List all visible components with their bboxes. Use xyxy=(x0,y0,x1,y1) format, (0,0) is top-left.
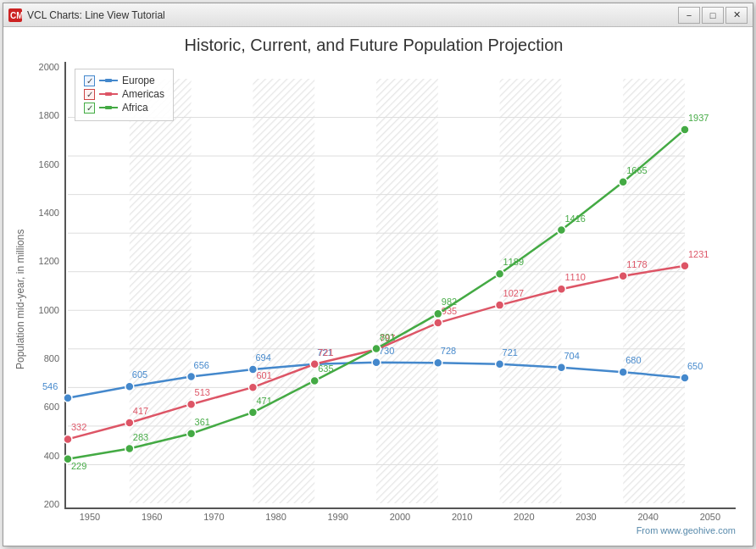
y-tick: 800 xyxy=(44,353,59,363)
svg-text:471: 471 xyxy=(256,396,271,406)
svg-point-52 xyxy=(434,319,442,327)
y-tick: 400 xyxy=(44,451,59,461)
svg-point-80 xyxy=(619,178,627,186)
svg-point-66 xyxy=(187,430,196,438)
x-tick: 1970 xyxy=(188,512,239,522)
x-axis-labels: 1950196019701980199020002010202020302040… xyxy=(32,512,736,522)
x-tick: 1980 xyxy=(251,512,302,522)
svg-point-56 xyxy=(557,285,565,293)
svg-text:728: 728 xyxy=(441,346,456,356)
minimize-button[interactable]: − xyxy=(678,7,700,24)
plot-area-wrapper: 200018001600140012001000800600400200 546… xyxy=(32,62,736,509)
svg-text:546: 546 xyxy=(42,381,58,391)
y-axis-ticks: 200018001600140012001000800600400200 xyxy=(32,62,64,509)
svg-text:601: 601 xyxy=(256,370,271,380)
x-tick: 2040 xyxy=(623,512,674,522)
svg-point-20 xyxy=(125,382,134,391)
svg-text:1110: 1110 xyxy=(564,272,585,282)
svg-point-85 xyxy=(105,79,112,82)
x-tick: 2020 xyxy=(498,512,549,522)
app-window: CM VCL Charts: Line View Tutorial − □ ✕ … xyxy=(3,3,753,546)
x-tick: 2050 xyxy=(685,512,736,522)
svg-text:229: 229 xyxy=(71,461,86,471)
svg-text:332: 332 xyxy=(71,422,86,432)
maximize-button[interactable]: □ xyxy=(702,7,724,24)
svg-point-28 xyxy=(372,358,381,367)
x-tick: 1950 xyxy=(64,512,115,522)
legend-item-europe: ✓ Europe xyxy=(84,75,164,86)
svg-text:982: 982 xyxy=(442,297,457,307)
close-button[interactable]: ✕ xyxy=(725,7,748,24)
svg-point-78 xyxy=(557,226,565,235)
svg-text:283: 283 xyxy=(133,432,148,442)
y-tick: 1800 xyxy=(39,110,59,120)
legend-cb-europe[interactable]: ✓ xyxy=(84,75,95,86)
y-tick: 1200 xyxy=(39,256,59,266)
legend-item-africa: ✓ Africa xyxy=(84,102,164,114)
svg-text:650: 650 xyxy=(687,361,703,371)
svg-rect-4 xyxy=(253,79,314,503)
svg-point-34 xyxy=(557,363,565,372)
footer-text: From www.geohive.com xyxy=(32,524,736,537)
svg-point-32 xyxy=(496,360,504,369)
svg-text:656: 656 xyxy=(194,360,209,370)
svg-text:1416: 1416 xyxy=(564,214,585,224)
legend-label-africa: Africa xyxy=(122,102,148,114)
y-tick: 1600 xyxy=(39,159,59,169)
svg-text:721: 721 xyxy=(503,347,518,358)
legend-label-americas: Americas xyxy=(122,88,164,100)
svg-point-18 xyxy=(64,394,72,402)
chart-svg: 5466056566947217307287217046806503324175… xyxy=(66,62,736,507)
svg-point-76 xyxy=(496,269,504,278)
svg-text:704: 704 xyxy=(564,351,579,361)
svg-text:1665: 1665 xyxy=(626,165,647,175)
svg-rect-5 xyxy=(376,79,438,503)
svg-point-38 xyxy=(681,374,689,382)
chart-inner: 200018001600140012001000800600400200 546… xyxy=(32,62,736,537)
x-tick: 1990 xyxy=(313,512,364,522)
svg-text:CM: CM xyxy=(10,11,22,20)
legend-item-americas: ✓ Americas xyxy=(84,88,164,100)
svg-point-58 xyxy=(619,272,627,280)
svg-point-72 xyxy=(372,345,381,353)
svg-point-74 xyxy=(434,309,442,318)
svg-text:801: 801 xyxy=(380,332,395,342)
legend-line-europe xyxy=(99,79,118,82)
y-tick: 1400 xyxy=(39,208,59,218)
y-tick: 600 xyxy=(44,402,59,412)
svg-text:417: 417 xyxy=(133,406,148,416)
svg-point-36 xyxy=(619,368,627,376)
y-tick: 200 xyxy=(44,499,59,509)
chart-container: Historic, Current, and Future Population… xyxy=(3,27,753,546)
svg-point-44 xyxy=(187,400,196,408)
svg-point-82 xyxy=(681,125,689,134)
svg-text:605: 605 xyxy=(132,369,147,380)
svg-point-22 xyxy=(187,373,196,381)
svg-point-87 xyxy=(105,92,112,96)
legend-line-americas xyxy=(99,92,118,96)
svg-point-64 xyxy=(125,445,134,453)
chart-area: Population mid-year, in millions 2000180… xyxy=(12,62,736,537)
svg-text:680: 680 xyxy=(625,355,641,365)
svg-text:361: 361 xyxy=(195,417,210,427)
svg-point-54 xyxy=(496,301,504,309)
app-icon: CM xyxy=(8,8,22,22)
legend-cb-americas[interactable]: ✓ xyxy=(84,89,95,100)
svg-text:513: 513 xyxy=(195,387,210,397)
svg-text:1178: 1178 xyxy=(626,259,647,269)
y-tick: 1000 xyxy=(39,305,59,315)
svg-point-70 xyxy=(310,376,319,385)
svg-text:694: 694 xyxy=(255,352,270,363)
svg-text:635: 635 xyxy=(318,363,333,374)
svg-point-89 xyxy=(105,106,112,109)
plot-area: 5466056566947217307287217046806503324175… xyxy=(64,62,736,509)
svg-point-46 xyxy=(248,383,257,391)
svg-text:721: 721 xyxy=(318,347,333,358)
y-axis-label: Population mid-year, in millions xyxy=(12,62,29,537)
svg-text:1027: 1027 xyxy=(503,288,524,298)
svg-point-42 xyxy=(125,419,134,427)
title-bar: CM VCL Charts: Line View Tutorial − □ ✕ xyxy=(3,3,753,27)
legend-cb-africa[interactable]: ✓ xyxy=(84,103,95,114)
y-tick: 2000 xyxy=(39,62,59,72)
x-tick: 2000 xyxy=(375,512,425,522)
